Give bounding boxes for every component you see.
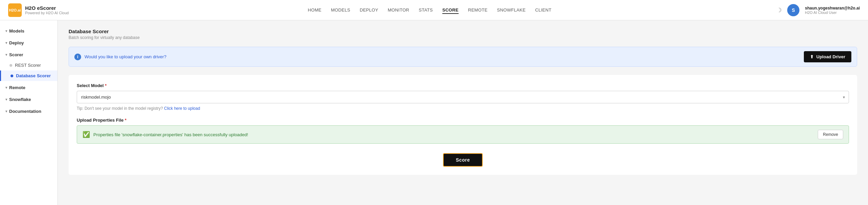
score-button[interactable]: Score [443,153,483,167]
page-title: Database Scorer [69,28,857,34]
app-title: H2O eScorer [25,5,69,11]
main-nav: HOME MODELS DEPLOY MONITOR STATS SCORE R… [83,6,776,14]
model-tip: Tip: Don't see your model in the model r… [77,106,849,111]
app-body: ▾ Models ▾ Deploy ▾ Scorer REST Scorer D… [0,20,868,205]
score-btn-row: Score [77,153,849,167]
sidebar-documentation-label: Documentation [9,109,41,114]
theme-toggle-icon[interactable]: ☽ [776,6,782,14]
upload-driver-button[interactable]: ⬆ Upload Driver [804,51,851,62]
sidebar-group-scorer: ▾ Scorer REST Scorer Database Scorer [0,49,57,81]
success-banner: ✅ Properties file 'snowflake-container.p… [77,125,849,144]
sidebar-models-toggle[interactable]: ▾ Models [0,26,57,36]
dot-icon [11,75,13,77]
required-indicator: * [125,118,127,123]
sidebar-item-database-scorer[interactable]: Database Scorer [0,70,57,81]
sidebar-deploy-label: Deploy [9,40,24,45]
sidebar-scorer-toggle[interactable]: ▾ Scorer [0,49,57,60]
remove-button[interactable]: Remove [818,130,843,139]
form-section: Select Model * riskmodel.mojo ▾ Tip: Don… [69,75,857,175]
nav-models[interactable]: MODELS [331,6,350,14]
sidebar-group-documentation: ▾ Documentation [0,106,57,117]
info-banner-left: i Would you like to upload your own driv… [74,54,166,60]
success-left: ✅ Properties file 'snowflake-container.p… [82,131,248,138]
sidebar: ▾ Models ▾ Deploy ▾ Scorer REST Scorer D… [0,20,58,205]
sidebar-group-remote: ▾ Remote [0,82,57,93]
app-subtitle: Powered by H2O AI Cloud [25,11,69,15]
sidebar-group-models: ▾ Models [0,26,57,36]
info-banner-text: Would you like to upload your own driver… [85,54,166,59]
sidebar-deploy-toggle[interactable]: ▾ Deploy [0,38,57,48]
success-check-icon: ✅ [82,131,90,138]
logo-text-area: H2O eScorer Powered by H2O AI Cloud [25,5,69,15]
model-select[interactable]: riskmodel.mojo [77,91,849,103]
sidebar-scorer-label: Scorer [9,52,23,57]
nav-client[interactable]: CLIENT [535,6,551,14]
info-icon: i [74,54,81,60]
chevron-icon: ▾ [5,41,7,45]
sidebar-group-deploy: ▾ Deploy [0,38,57,48]
chevron-icon: ▾ [5,53,7,57]
main-content: Database Scorer Batch scoring for virtua… [58,20,868,205]
select-model-label: Select Model * [77,83,849,88]
sidebar-item-rest-scorer[interactable]: REST Scorer [0,60,57,70]
upload-properties-label: Upload Properties File * [77,118,849,123]
app-header: H2O.ai H2O eScorer Powered by H2O AI Clo… [0,0,868,20]
user-role: H2O AI Cloud User [805,11,860,15]
logo-icon: H2O.ai [8,3,22,17]
click-here-link[interactable]: Click here to upload [164,106,200,111]
sidebar-models-label: Models [9,28,24,34]
chevron-icon: ▾ [5,98,7,101]
sidebar-group-snowflake: ▾ Snowflake [0,94,57,105]
required-indicator: * [105,83,107,88]
avatar[interactable]: S [787,4,799,16]
dot-icon [10,64,12,67]
sidebar-snowflake-label: Snowflake [9,97,31,102]
page-header: Database Scorer Batch scoring for virtua… [69,28,857,40]
sidebar-remote-label: Remote [9,85,25,90]
nav-score[interactable]: SCORE [442,6,459,14]
upload-icon: ⬆ [810,54,814,59]
model-select-wrapper: riskmodel.mojo ▾ [77,91,849,103]
sidebar-snowflake-toggle[interactable]: ▾ Snowflake [0,94,57,105]
nav-home[interactable]: HOME [308,6,321,14]
nav-snowflake[interactable]: SNOWFLAKE [497,6,525,14]
page-subtitle: Batch scoring for virtually any database [69,35,857,40]
user-info: shaun.yogeshwaran@h2o.ai H2O AI Cloud Us… [805,6,860,15]
chevron-icon: ▾ [5,109,7,113]
info-banner: i Would you like to upload your own driv… [69,47,857,67]
sidebar-remote-toggle[interactable]: ▾ Remote [0,82,57,93]
user-email: shaun.yogeshwaran@h2o.ai [805,6,860,11]
nav-monitor[interactable]: MONITOR [388,6,409,14]
sidebar-documentation-toggle[interactable]: ▾ Documentation [0,106,57,117]
upload-driver-label: Upload Driver [816,54,845,59]
nav-stats[interactable]: STATS [419,6,432,14]
success-message: Properties file 'snowflake-container.pro… [93,132,248,137]
sidebar-database-scorer-label: Database Scorer [16,73,51,78]
sidebar-rest-scorer-label: REST Scorer [15,63,41,68]
chevron-icon: ▾ [5,29,7,33]
nav-remote[interactable]: REMOTE [468,6,487,14]
chevron-icon: ▾ [5,86,7,89]
nav-deploy[interactable]: DEPLOY [360,6,378,14]
logo-area: H2O.ai H2O eScorer Powered by H2O AI Clo… [8,3,83,17]
header-right: ☽ S shaun.yogeshwaran@h2o.ai H2O AI Clou… [776,4,860,16]
